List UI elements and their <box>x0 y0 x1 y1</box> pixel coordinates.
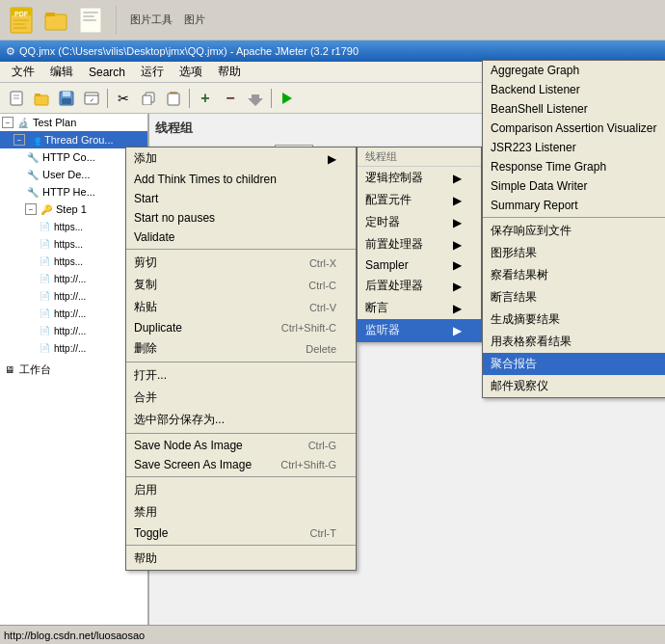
ribbon-bar: PDF 图片工具 图片 <box>0 0 665 40</box>
sub-listener[interactable]: 监听器 ▶ <box>358 319 481 341</box>
sub2-comparison-assertion[interactable]: Comparison Assertion Visualizer <box>483 119 665 138</box>
httpconfig-label: HTTP Co... <box>42 151 95 163</box>
expand-step1[interactable]: − <box>25 203 37 215</box>
tree-node-testplan[interactable]: − 🔬 Test Plan <box>0 114 147 131</box>
ctx-sep-1 <box>126 249 356 250</box>
status-bar: http://blog.csdn.net/luosaosao <box>0 625 665 644</box>
sub2-summary-report[interactable]: Summary Report <box>483 196 665 215</box>
sub-sampler[interactable]: Sampler ▶ <box>358 255 481 275</box>
testplan-label: Test Plan <box>33 117 76 128</box>
menu-run[interactable]: 运行 <box>133 62 172 82</box>
sub2-generate-summary[interactable]: 生成摘要结果 <box>483 309 665 331</box>
sub-logic-controller[interactable]: 逻辑控制器 ▶ <box>358 167 481 189</box>
tab-label-2[interactable]: 图片 <box>178 11 211 29</box>
svg-rect-15 <box>35 95 48 105</box>
ctx-save-screen-image[interactable]: Save Screen As Image Ctrl+Shift-G <box>126 455 356 474</box>
httpheader-icon: 🔧 <box>25 184 40 200</box>
sub2-jsr223-listener[interactable]: JSR223 Listener <box>483 138 665 157</box>
toolbar-sep-1 <box>107 89 108 108</box>
sub-timer[interactable]: 定时器 ▶ <box>358 211 481 233</box>
tab-label-1[interactable]: 图片工具 <box>124 11 178 29</box>
ctx-cut[interactable]: 剪切 Ctrl-X <box>126 252 356 274</box>
sub2-aggregate-report[interactable]: 聚合报告 <box>483 353 665 375</box>
sub2-view-results-tree[interactable]: 察看结果树 <box>483 264 665 286</box>
httpconfig-icon: 🔧 <box>25 149 40 165</box>
pdf-icon-btn[interactable]: PDF <box>8 7 35 34</box>
sub2-save-response[interactable]: 保存响应到文件 <box>483 220 665 242</box>
pdf-icon: PDF <box>8 7 35 34</box>
ctx-merge[interactable]: 合并 <box>126 387 356 409</box>
ctx-paste[interactable]: 粘贴 Ctrl-V <box>126 296 356 318</box>
post-arrow: ▶ <box>453 280 462 293</box>
ctx-start[interactable]: Start <box>126 189 356 208</box>
sub-config-element[interactable]: 配置元件 ▶ <box>358 189 481 211</box>
sub-post-processor[interactable]: 后置处理器 ▶ <box>358 275 481 297</box>
httpheader-label: HTTP He... <box>42 186 95 198</box>
ctx-think-times[interactable]: Add Think Times to children <box>126 170 356 189</box>
ctx-screen-img-shortcut: Ctrl+Shift-G <box>280 459 336 470</box>
ctx-copy[interactable]: 复制 Ctrl-C <box>126 274 356 296</box>
sub2-backend-listener[interactable]: Backend Listener <box>483 80 665 99</box>
toolbar-copy-btn[interactable] <box>137 87 160 110</box>
sub-pre-processor[interactable]: 前置处理器 ▶ <box>358 233 481 255</box>
ctx-add[interactable]: 添加 ▶ <box>126 148 356 170</box>
req2-icon: 📄 <box>37 236 52 252</box>
sub2-simple-data-writer[interactable]: Simple Data Writer <box>483 176 665 196</box>
req6-label: http://... <box>54 309 86 319</box>
expand-testplan[interactable]: − <box>2 117 13 128</box>
ctx-toggle[interactable]: Toggle Ctrl-T <box>126 523 356 543</box>
step1-icon: 🔑 <box>39 201 54 217</box>
threadgroup-icon: 👥 <box>27 132 42 148</box>
toolbar-add-btn[interactable]: + <box>194 87 217 110</box>
svg-rect-4 <box>13 23 25 25</box>
sub2-graph-result[interactable]: 图形结果 <box>483 242 665 264</box>
req3-label: https... <box>54 256 83 267</box>
sub2-response-time-graph[interactable]: Response Time Graph <box>483 157 665 176</box>
toolbar-arrow-btn[interactable] <box>244 87 267 110</box>
sub2-view-results-table[interactable]: 用表格察看结果 <box>483 331 665 353</box>
sub-assertion[interactable]: 断言 ▶ <box>358 297 481 319</box>
ctx-help[interactable]: 帮助 <box>126 548 356 570</box>
menu-file[interactable]: 文件 <box>4 62 42 82</box>
ctx-open[interactable]: 打开... <box>126 364 356 387</box>
ctx-sep-4 <box>126 476 356 477</box>
sub2-separator <box>483 217 665 218</box>
sampler-arrow: ▶ <box>453 258 462 272</box>
expand-threadgroup[interactable]: − <box>13 134 25 146</box>
toolbar-new-btn[interactable] <box>5 87 28 110</box>
svg-rect-10 <box>83 15 94 17</box>
menu-options[interactable]: 选项 <box>172 62 210 82</box>
ctx-save-selection[interactable]: 选中部分保存为... <box>126 409 356 431</box>
ctx-del-shortcut: Delete <box>306 343 336 355</box>
toolbar-run-btn[interactable] <box>276 87 299 110</box>
ctx-node-img-shortcut: Ctrl-G <box>308 440 336 451</box>
folder-icon-btn[interactable] <box>42 7 69 34</box>
req6-icon: 📄 <box>37 306 52 321</box>
sub2-mail-observer[interactable]: 邮件观察仪 <box>483 375 665 397</box>
sub2-assertion-results[interactable]: 断言结果 <box>483 286 665 309</box>
ctx-delete[interactable]: 删除 Delete <box>126 337 356 360</box>
menu-search[interactable]: Search <box>81 64 133 81</box>
toolbar-open-btn[interactable] <box>30 87 53 110</box>
toolbar-paste-btn[interactable] <box>162 87 185 110</box>
ctx-start-no-pauses[interactable]: Start no pauses <box>126 208 356 228</box>
toolbar-remove-btn[interactable]: − <box>219 87 242 110</box>
sub2-aggregate-graph[interactable]: Aggregate Graph <box>483 61 665 80</box>
ctx-duplicate[interactable]: Duplicate Ctrl+Shift-C <box>126 318 356 337</box>
toolbar-save-btn[interactable] <box>55 87 78 110</box>
menu-edit[interactable]: 编辑 <box>42 62 81 82</box>
toolbar-cut-btn[interactable]: ✂ <box>112 87 135 110</box>
menu-help[interactable]: 帮助 <box>210 62 249 82</box>
ctx-save-node-image[interactable]: Save Node As Image Ctrl-G <box>126 436 356 455</box>
ctx-disable[interactable]: 禁用 <box>126 501 356 523</box>
svg-marker-28 <box>282 93 292 104</box>
ctx-enable[interactable]: 启用 <box>126 479 356 501</box>
svg-marker-27 <box>248 94 263 106</box>
svg-rect-26 <box>168 94 179 105</box>
doc-icon-btn1[interactable] <box>77 7 104 34</box>
ctx-validate[interactable]: Validate <box>126 228 356 247</box>
svg-rect-19 <box>62 98 71 104</box>
toolbar-settings-btn[interactable]: ✓ <box>80 87 103 110</box>
sub2-beanshell-listener[interactable]: BeanShell Listener <box>483 99 665 119</box>
status-url: http://blog.csdn.net/luosaosao <box>4 630 145 641</box>
